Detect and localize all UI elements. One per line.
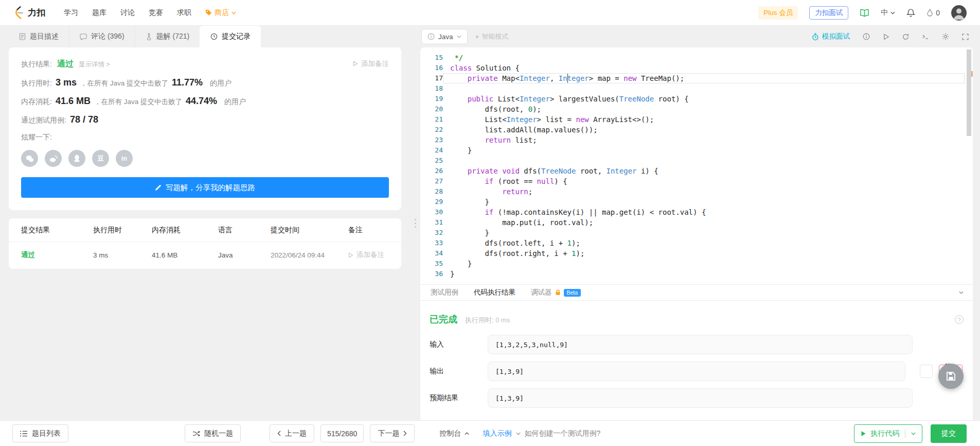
line-number: 35 — [420, 259, 443, 269]
code-line-16: 16class Solution { — [420, 63, 973, 73]
problem-list-button[interactable]: 题目列表 — [12, 424, 68, 442]
language-selector[interactable]: Java — [421, 29, 468, 44]
mock-interview-button[interactable]: 模拟面试 — [812, 32, 850, 41]
notifications-bell-icon[interactable] — [906, 8, 915, 18]
run-icon[interactable] — [883, 33, 889, 40]
nav-item-jobs[interactable]: 求职 — [177, 8, 191, 18]
chevron-down-icon[interactable] — [516, 432, 521, 435]
share-qq-icon[interactable] — [68, 150, 85, 167]
code-line-31: 31 map.put(i, root.val); — [420, 217, 973, 228]
leetcode-logo[interactable]: 力扣 — [12, 6, 45, 20]
write-solution-button[interactable]: 写题解，分享我的解题思路 — [21, 177, 389, 198]
submission-result-card: 执行结果: 通过 显示详情 > 添加备注 执行用时: 3 ms ，在所有 Jav… — [9, 47, 401, 210]
code-line-22: 22 list.addAll(map.values()); — [420, 125, 973, 135]
console-field-2: 预期结果[1,3,9] — [430, 388, 963, 408]
tab-solutions[interactable]: 题解 (721) — [135, 26, 200, 47]
reset-code-icon[interactable] — [902, 33, 909, 40]
code-editor[interactable]: 15 */16class Solution {17 private Map<In… — [420, 47, 973, 284]
line-number: 20 — [420, 104, 443, 114]
save-icon — [946, 371, 956, 382]
line-number: 18 — [420, 83, 443, 94]
field-value[interactable]: [1,3,9] — [488, 388, 913, 408]
plus-member-button[interactable]: Plus 会员 — [758, 6, 798, 20]
streak-counter[interactable]: 0 — [926, 9, 940, 17]
submit-button[interactable]: 提交 — [931, 424, 967, 443]
language-switcher[interactable]: 中 — [881, 8, 895, 18]
code-lines: 15 */16class Solution {17 private Map<In… — [420, 53, 973, 279]
chevron-down-icon — [231, 11, 236, 14]
console-fields: 输入[1,3,2,5,3,null,9]输出[1,3,9]差别预期结果[1,3,… — [430, 335, 963, 408]
top-navbar: 力扣 学习题库讨论竞赛求职 商店 Plus 会员 力扣面试 中 0 — [0, 0, 980, 26]
line-number: 16 — [420, 63, 443, 73]
line-number: 30 — [420, 207, 443, 217]
random-question-button[interactable]: 随机一题 — [185, 424, 241, 442]
code-line-26: 26 private void dfs(TreeNode root, Integ… — [420, 166, 973, 176]
terminal-icon[interactable] — [922, 33, 929, 40]
editor-toolbar: Java 智能模式 模拟面试 — [420, 26, 973, 47]
fill-example-link[interactable]: 填入示例 — [483, 429, 511, 438]
save-layout-button[interactable] — [938, 364, 964, 389]
share-linkedin-icon[interactable]: in — [116, 150, 133, 167]
nav-item-learn[interactable]: 学习 — [64, 8, 78, 18]
nav-item-store[interactable]: 商店 — [205, 8, 236, 18]
field-value[interactable]: [1,3,2,5,3,null,9] — [488, 335, 913, 354]
console-tab-2[interactable]: 调试器Beta — [531, 288, 581, 297]
show-details-link[interactable]: 显示详情 > — [79, 60, 110, 69]
field-value[interactable]: [1,3,9] — [488, 362, 905, 381]
smart-mode-indicator[interactable]: 智能模式 — [476, 32, 509, 41]
nav-item-discuss[interactable]: 讨论 — [120, 8, 135, 18]
share-wechat-icon[interactable] — [21, 150, 38, 167]
text-cursor — [567, 74, 568, 83]
language-info-icon — [427, 33, 435, 40]
avatar[interactable] — [951, 5, 967, 21]
panel-tabbar: 题目描述评论 (396)题解 (721)提交记录 — [0, 26, 410, 47]
console-toggle[interactable]: 控制台 — [439, 429, 469, 438]
code-line-21: 21 List<Integer> list = new ArrayList<>(… — [420, 114, 973, 125]
shuffle-icon — [192, 431, 200, 437]
prev-question-button[interactable]: 上一题 — [270, 424, 314, 442]
tab-comments[interactable]: 评论 (396) — [69, 26, 135, 47]
tab-description[interactable]: 题目描述 — [9, 26, 69, 47]
add-note-button[interactable]: 添加备注 — [348, 250, 393, 260]
tab-submissions[interactable]: 提交记录 — [200, 26, 261, 47]
status-badge[interactable]: 通过 — [57, 59, 74, 70]
submission-result-link[interactable]: 通过 — [21, 250, 93, 260]
cell-memory: 41.6 MB — [152, 251, 218, 259]
run-options-chevron[interactable] — [911, 432, 916, 435]
code-line-32: 32 } — [420, 228, 973, 238]
leetcode-interview-button[interactable]: 力扣面试 — [809, 6, 848, 20]
code-line-36: 36} — [420, 269, 973, 279]
line-number: 28 — [420, 186, 443, 197]
add-note-button[interactable]: 添加备注 — [353, 59, 389, 68]
cell-language: Java — [218, 251, 271, 259]
code-line-29: 29 } — [420, 197, 973, 207]
table-row: 通过3 ms41.6 MBJava2022/06/24 09:44添加备注 — [9, 242, 401, 268]
memory-beats: 44.74% — [186, 96, 217, 107]
help-icon[interactable]: ? — [955, 315, 964, 324]
collapse-console-icon[interactable] — [959, 291, 964, 294]
console-tab-1[interactable]: 代码执行结果 — [474, 288, 515, 297]
editor-info-icon[interactable] — [863, 33, 870, 40]
share-douban-icon[interactable]: 豆 — [92, 150, 109, 167]
testcase-help-link[interactable]: 如何创建一个测试用例? — [524, 429, 600, 438]
editor-scrollbar[interactable] — [967, 49, 971, 136]
store-tag-icon — [205, 9, 212, 16]
chevron-right-icon — [403, 431, 407, 436]
nav-item-contest[interactable]: 竞赛 — [149, 8, 163, 18]
book-icon[interactable] — [860, 9, 869, 17]
share-weibo-icon[interactable] — [45, 150, 62, 167]
code-line-25: 25 — [420, 156, 973, 166]
code-line-33: 33 dfs(root.left, i + 1); — [420, 238, 973, 248]
leetcode-app: 力扣 学习题库讨论竞赛求职 商店 Plus 会员 力扣面试 中 0 — [0, 0, 980, 446]
run-code-button[interactable]: 执行代码 — [854, 424, 922, 443]
pane-resizer[interactable] — [410, 26, 420, 420]
flame-icon — [926, 9, 933, 17]
question-position[interactable]: 515/2680 — [320, 424, 364, 442]
code-line-27: 27 if (root == null) { — [420, 176, 973, 186]
console-tab-0[interactable]: 测试用例 — [431, 288, 458, 297]
next-question-button[interactable]: 下一题 — [370, 424, 415, 442]
settings-icon[interactable] — [942, 33, 949, 40]
fullscreen-icon[interactable] — [962, 33, 969, 40]
diff-toggle[interactable] — [920, 365, 933, 378]
nav-item-problems[interactable]: 题库 — [92, 8, 106, 18]
